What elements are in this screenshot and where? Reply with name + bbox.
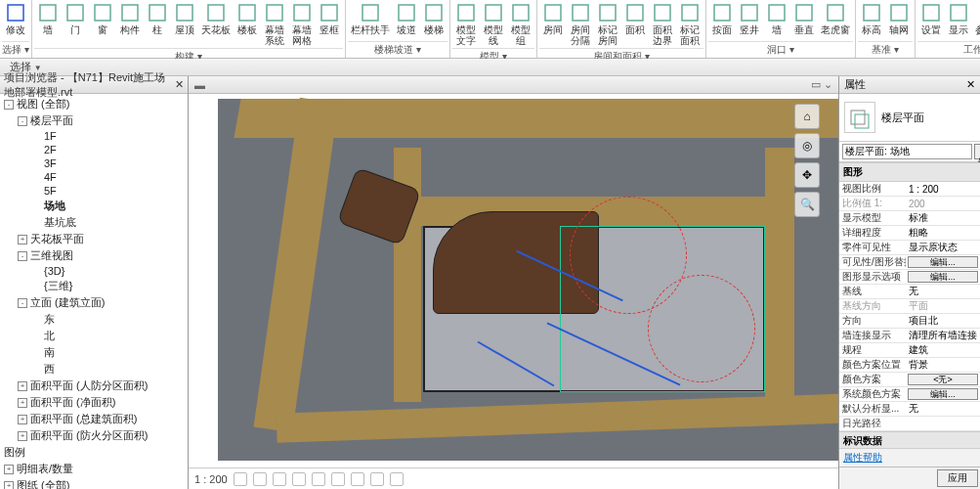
tree-item[interactable]: +明细表/数量 bbox=[0, 461, 188, 477]
tool-tag-area[interactable]: 标记 面积 bbox=[676, 0, 703, 48]
tree-item[interactable]: 5F bbox=[0, 184, 188, 198]
tree-item[interactable]: 基坑底 bbox=[0, 214, 188, 231]
expander-icon[interactable]: + bbox=[18, 415, 27, 424]
tool-dormer[interactable]: 老虎窗 bbox=[818, 0, 853, 41]
crop-view-icon[interactable] bbox=[312, 472, 325, 486]
property-value[interactable]: 无 bbox=[906, 285, 980, 298]
tool-component[interactable]: 构件 bbox=[116, 0, 144, 48]
tree-item[interactable]: 场地 bbox=[0, 198, 188, 214]
property-value[interactable]: 1 : 200 bbox=[906, 184, 980, 195]
tree-item[interactable]: -楼层平面 bbox=[0, 112, 188, 129]
property-edit-button[interactable]: 编辑... bbox=[908, 271, 978, 283]
expander-icon[interactable]: - bbox=[18, 251, 27, 261]
visual-style-icon[interactable] bbox=[253, 472, 267, 486]
tree-item[interactable]: 南 bbox=[0, 344, 188, 361]
tree-item[interactable]: 4F bbox=[0, 170, 188, 184]
expander-icon[interactable]: - bbox=[4, 100, 14, 110]
tree-item[interactable]: +图纸 (全部) bbox=[0, 477, 188, 489]
tool-floor[interactable]: 楼板 bbox=[234, 0, 261, 48]
tree-item[interactable]: +面积平面 (净面积) bbox=[0, 394, 188, 411]
tree-item[interactable]: -立面 (建筑立面) bbox=[0, 294, 188, 311]
tree-item[interactable]: +面积平面 (防火分区面积) bbox=[0, 427, 188, 444]
tree-item[interactable]: -三维视图 bbox=[0, 247, 188, 264]
property-value[interactable]: 标准 bbox=[906, 211, 980, 225]
property-value[interactable]: 项目北 bbox=[906, 314, 980, 328]
tool-shaft[interactable]: 竖井 bbox=[736, 0, 763, 41]
property-edit-button[interactable]: 编辑... bbox=[908, 388, 978, 400]
close-icon[interactable]: ✕ bbox=[966, 78, 975, 91]
tool-modify[interactable]: 修改 bbox=[2, 0, 29, 41]
tool-by-face[interactable]: 按面 bbox=[708, 0, 736, 41]
instance-combo[interactable] bbox=[842, 144, 972, 159]
property-value[interactable]: 清理所有墙连接 bbox=[906, 329, 980, 342]
view-tab-marker[interactable]: ▬ bbox=[194, 79, 205, 91]
tool-room-sep[interactable]: 房间 分隔 bbox=[567, 0, 594, 48]
tool-ceiling[interactable]: 天花板 bbox=[198, 0, 234, 48]
drawing-canvas[interactable]: ⌂ ◎ ✥ 🔍 bbox=[189, 94, 838, 467]
properties-help-link[interactable]: 属性帮助 bbox=[839, 448, 980, 467]
tool-curtain-sys[interactable]: 幕墙 系统 bbox=[261, 0, 288, 48]
tool-model-text[interactable]: 模型 文字 bbox=[452, 0, 480, 48]
tool-railing[interactable]: 栏杆扶手 bbox=[348, 0, 393, 41]
crop-region-icon[interactable] bbox=[331, 472, 345, 486]
nav-zoom-icon[interactable]: 🔍 bbox=[794, 192, 820, 217]
property-value[interactable]: 建筑 bbox=[906, 343, 980, 357]
expander-icon[interactable]: + bbox=[4, 465, 14, 474]
tool-area[interactable]: 面积 bbox=[621, 0, 649, 48]
tool-vert[interactable]: 垂直 bbox=[790, 0, 818, 41]
expander-icon[interactable]: + bbox=[18, 381, 27, 391]
tool-show[interactable]: 显示 bbox=[945, 0, 972, 41]
expander-icon[interactable]: + bbox=[18, 431, 27, 441]
tree-item[interactable]: 东 bbox=[0, 311, 188, 328]
view-scale[interactable]: 1 : 200 bbox=[194, 473, 228, 485]
property-value[interactable]: 背景 bbox=[906, 358, 980, 372]
section-header[interactable]: 图形 bbox=[839, 162, 980, 182]
expander-icon[interactable]: - bbox=[18, 298, 27, 308]
nav-home-icon[interactable]: ⌂ bbox=[794, 104, 820, 129]
tool-door[interactable]: 门 bbox=[62, 0, 89, 48]
tool-ramp[interactable]: 坡道 bbox=[393, 0, 420, 41]
tree-item[interactable]: 3F bbox=[0, 156, 188, 170]
tool-window[interactable]: 窗 bbox=[89, 0, 116, 48]
tool-set[interactable]: 设置 bbox=[917, 0, 945, 41]
nav-pan-icon[interactable]: ✥ bbox=[794, 162, 820, 188]
property-value[interactable]: 粗略 bbox=[906, 226, 980, 240]
apply-button[interactable]: 应用 bbox=[937, 469, 978, 487]
expander-icon[interactable]: + bbox=[4, 481, 14, 490]
temp-hide-icon[interactable] bbox=[370, 472, 384, 486]
tool-model-group[interactable]: 模型 组 bbox=[507, 0, 534, 48]
tree-item[interactable]: 西 bbox=[0, 361, 188, 378]
view-control-icon[interactable]: ▭ ⌄ bbox=[811, 78, 832, 91]
tool-model-line[interactable]: 模型 线 bbox=[480, 0, 507, 48]
tool-grid[interactable]: 轴网 bbox=[885, 0, 913, 41]
expander-icon[interactable]: + bbox=[18, 235, 27, 244]
tool-wall[interactable]: 墙 bbox=[34, 0, 62, 48]
tree-item[interactable]: +天花板平面 bbox=[0, 231, 188, 247]
tool-level[interactable]: 标高 bbox=[858, 0, 885, 41]
tool-column[interactable]: 柱 bbox=[144, 0, 171, 48]
tree-item[interactable]: +面积平面 (人防分区面积) bbox=[0, 378, 188, 394]
property-value[interactable]: 显示原状态 bbox=[906, 241, 980, 254]
tree-item[interactable]: -视图 (全部) bbox=[0, 96, 188, 112]
edit-type-button[interactable]: ✎ 编辑类型 bbox=[974, 144, 980, 159]
tool-stair[interactable]: 楼梯 bbox=[420, 0, 447, 41]
tool-curtain-grid[interactable]: 幕墙 网格 bbox=[288, 0, 316, 48]
property-value[interactable]: 无 bbox=[906, 402, 980, 416]
tool-ref[interactable]: 参照 平面 bbox=[972, 0, 980, 41]
lock-3d-icon[interactable] bbox=[351, 472, 364, 486]
tree-item[interactable]: +面积平面 (总建筑面积) bbox=[0, 411, 188, 427]
tool-tag-room[interactable]: 标记 房间 bbox=[594, 0, 621, 48]
tree-item[interactable]: 1F bbox=[0, 129, 188, 143]
nav-wheel-icon[interactable]: ◎ bbox=[794, 133, 820, 158]
tree-item[interactable]: {3D} bbox=[0, 264, 188, 278]
reveal-icon[interactable] bbox=[390, 472, 404, 486]
property-edit-button[interactable]: 编辑... bbox=[908, 256, 978, 268]
tool-mullion[interactable]: 竖框 bbox=[316, 0, 343, 48]
tree-item[interactable]: 2F bbox=[0, 143, 188, 156]
tool-wall-op[interactable]: 墙 bbox=[763, 0, 790, 41]
close-icon[interactable]: ✕ bbox=[175, 78, 184, 91]
section-header[interactable]: 标识数据 bbox=[839, 431, 980, 448]
shadows-icon[interactable] bbox=[292, 472, 306, 486]
property-edit-button[interactable]: <无> bbox=[908, 374, 978, 385]
tool-roof[interactable]: 屋顶 bbox=[171, 0, 198, 48]
